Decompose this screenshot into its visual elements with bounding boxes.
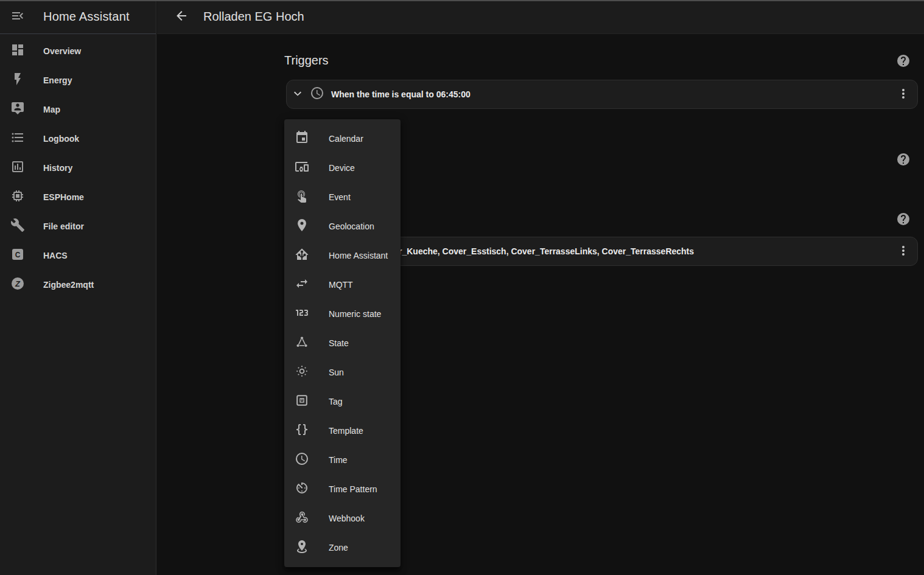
tag-nfc-icon: [295, 393, 309, 410]
swap-arrows-icon: [295, 276, 309, 293]
dots-vertical-icon: [896, 86, 911, 103]
state-machine-icon: [295, 335, 309, 352]
chip-icon: [10, 189, 25, 206]
sidebar-item-label: History: [43, 163, 72, 173]
timer-icon: [295, 481, 309, 498]
action-overflow-menu-button[interactable]: [896, 243, 911, 260]
wrench-icon: [10, 218, 25, 235]
sun-icon: [295, 364, 309, 381]
sidebar-item-esphome[interactable]: ESPHome: [0, 183, 156, 212]
chart-box-icon: [10, 159, 25, 176]
window-top-edge: [0, 0, 924, 1]
sidebar-nav: Overview Energy Map Logbook History ESPH…: [0, 34, 156, 299]
menu-item-calendar[interactable]: Calendar: [284, 124, 401, 153]
webhook-icon: [295, 510, 309, 527]
sidebar-item-label: ESPHome: [43, 192, 84, 202]
menu-item-tag[interactable]: Tag: [284, 387, 401, 416]
menu-item-label: Webhook: [329, 514, 365, 523]
map-marker-icon: [295, 218, 309, 235]
menu-item-label: Numeric state: [329, 309, 381, 319]
menu-item-label: Home Assistant: [329, 251, 388, 260]
numeric-123-icon: [295, 305, 309, 322]
svg-text:C: C: [15, 251, 21, 259]
sidebar-item-label: File editor: [43, 221, 84, 231]
back-button[interactable]: [174, 9, 189, 25]
tooltip-account-icon: [10, 101, 25, 118]
svg-text:Z: Z: [15, 279, 21, 288]
menu-item-label: Time Pattern: [329, 484, 377, 494]
menu-item-label: Template: [329, 426, 363, 436]
help-icon[interactable]: [896, 152, 911, 167]
home-assistant-window: Home Assistant Overview Energy Map Logbo…: [0, 0, 924, 575]
help-icon[interactable]: [896, 212, 911, 226]
page-title: Rolladen EG Hoch: [203, 10, 304, 24]
menu-item-template[interactable]: Template: [284, 416, 401, 445]
hacs-c-box-icon: C: [10, 247, 25, 264]
code-braces-icon: [295, 422, 309, 439]
collapse-trigger-button[interactable]: [290, 86, 305, 103]
sidebar-item-label: HACS: [43, 251, 68, 260]
trigger-summary: When the time is equal to 06:45:00: [331, 89, 471, 99]
app-title: Home Assistant: [43, 10, 130, 24]
clock-icon: [295, 451, 309, 469]
sidebar-item-label: Map: [43, 105, 60, 114]
list-bulleted-icon: [10, 130, 25, 147]
triggers-heading: Triggers: [284, 54, 329, 68]
arrow-left-icon: [174, 9, 189, 25]
gesture-tap-icon: [295, 189, 309, 206]
menu-item-webhook[interactable]: Webhook: [284, 504, 401, 533]
clock-icon: [310, 86, 324, 103]
dots-vertical-icon: [896, 243, 911, 260]
chevron-down-icon: [290, 86, 305, 103]
lightning-bolt-icon: [10, 72, 25, 89]
menu-item-event[interactable]: Event: [284, 183, 401, 212]
menu-item-label: Zone: [329, 543, 348, 552]
menu-item-mqtt[interactable]: MQTT: [284, 270, 401, 299]
devices-icon: [295, 159, 309, 176]
sidebar-item-label: Energy: [43, 75, 72, 85]
menu-item-time-pattern[interactable]: Time Pattern: [284, 475, 401, 504]
menu-item-label: State: [329, 338, 349, 348]
sidebar-item-energy[interactable]: Energy: [0, 66, 156, 95]
sidebar-item-label: Overview: [43, 46, 81, 56]
menu-item-label: Sun: [329, 368, 344, 377]
sidebar-toggle-button[interactable]: [10, 9, 25, 25]
action-summary: r_Kueche, Cover_Esstisch, Cover_Terrasse…: [399, 246, 694, 256]
map-marker-radius-icon: [295, 539, 309, 556]
sidebar-item-history[interactable]: History: [0, 153, 156, 183]
menu-item-device[interactable]: Device: [284, 153, 401, 183]
help-icon[interactable]: [896, 54, 911, 68]
trigger-overflow-menu-button[interactable]: [896, 86, 911, 103]
home-assistant-icon: [295, 247, 309, 264]
sidebar-item-zigbee2mqtt[interactable]: Z Zigbee2mqtt: [0, 270, 156, 299]
trigger-card: When the time is equal to 06:45:00: [286, 80, 918, 109]
page-header: Rolladen EG Hoch: [157, 0, 924, 34]
zigbee-z-circle-icon: Z: [10, 276, 25, 293]
sidebar-item-hacs[interactable]: C HACS: [0, 241, 156, 270]
menu-item-home-assistant[interactable]: Home Assistant: [284, 241, 401, 270]
menu-item-label: Event: [329, 192, 351, 202]
menu-item-numeric-state[interactable]: Numeric state: [284, 299, 401, 329]
trigger-type-menu: Calendar Device Event Geolocation Home A…: [284, 119, 401, 567]
sidebar-item-label: Logbook: [43, 134, 79, 144]
menu-item-sun[interactable]: Sun: [284, 358, 401, 387]
sidebar-item-file-editor[interactable]: File editor: [0, 212, 156, 241]
menu-item-geolocation[interactable]: Geolocation: [284, 212, 401, 241]
menu-item-label: Time: [329, 455, 348, 465]
sidebar-item-label: Zigbee2mqtt: [43, 280, 94, 290]
menu-item-state[interactable]: State: [284, 329, 401, 358]
menu-item-label: Tag: [329, 397, 343, 406]
sidebar: Home Assistant Overview Energy Map Logbo…: [0, 0, 156, 575]
menu-item-label: Calendar: [329, 134, 363, 144]
sidebar-item-map[interactable]: Map: [0, 95, 156, 124]
dashboard-icon: [10, 43, 25, 60]
menu-open-icon: [10, 9, 25, 25]
sidebar-item-overview[interactable]: Overview: [0, 37, 156, 66]
menu-item-label: Device: [329, 163, 355, 173]
menu-item-label: MQTT: [329, 280, 353, 290]
sidebar-item-logbook[interactable]: Logbook: [0, 124, 156, 153]
calendar-icon: [295, 130, 309, 147]
menu-item-label: Geolocation: [329, 221, 374, 231]
menu-item-time[interactable]: Time: [284, 445, 401, 475]
menu-item-zone[interactable]: Zone: [284, 533, 401, 562]
